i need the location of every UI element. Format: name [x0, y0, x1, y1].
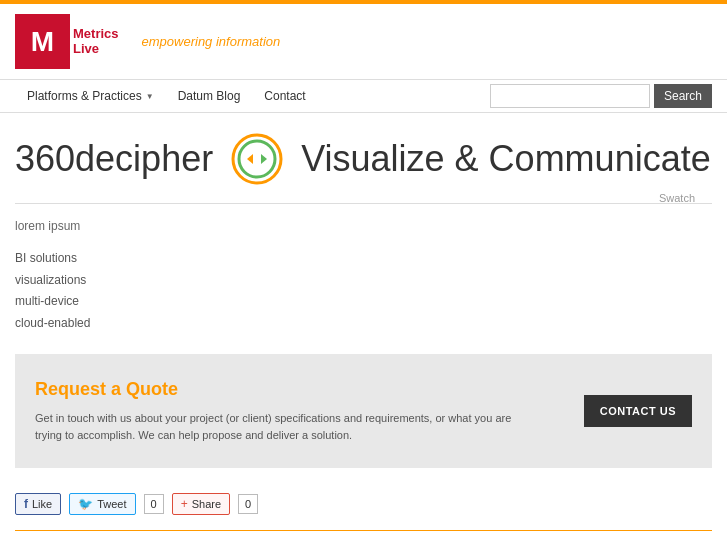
social-row: f Like 🐦 Tweet 0 + Share 0 [15, 488, 712, 515]
logo-text: Metrics Live [73, 27, 119, 56]
list-item: multi-device [15, 291, 712, 313]
list-item: cloud-enabled [15, 313, 712, 335]
chevron-down-icon: ▼ [146, 92, 154, 101]
nav-search: Search [490, 84, 712, 108]
share-button[interactable]: + Share [172, 493, 230, 515]
share-icon: + [181, 497, 188, 511]
twitter-icon: 🐦 [78, 497, 93, 511]
share-label: Share [192, 498, 221, 510]
bottom-divider [15, 530, 712, 531]
footer: Copyright © 2010-2011 MetricsLive. All r… [15, 539, 712, 545]
logo-m-letter: M [31, 28, 54, 56]
nav-item-platforms[interactable]: Platforms & Practices ▼ [15, 79, 166, 113]
logo-live: Live [73, 42, 119, 56]
list-item: visualizations [15, 270, 712, 292]
search-button[interactable]: Search [654, 84, 712, 108]
nav-item-contact[interactable]: Contact [252, 79, 317, 113]
title-divider [15, 203, 712, 204]
share-count: 0 [238, 494, 258, 514]
tweet-label: Tweet [97, 498, 126, 510]
header: M Metrics Live empowering information [0, 4, 727, 79]
like-label: Like [32, 498, 52, 510]
logo-metrics: Metrics [73, 27, 119, 41]
quote-box: Request a Quote Get in touch with us abo… [15, 354, 712, 468]
contact-us-button[interactable]: CONTACT US [584, 395, 692, 427]
page-subtitle: Visualize & Communicate [301, 138, 711, 180]
swatch-label: Swatch [659, 192, 695, 204]
tagline: empowering information [142, 34, 281, 49]
facebook-icon: f [24, 497, 28, 511]
decipher-icon [231, 133, 283, 185]
main-content: 360decipher Visualize & Communicate lore… [0, 113, 727, 545]
quote-title: Request a Quote [35, 379, 564, 400]
page-title-row: 360decipher Visualize & Communicate [15, 133, 712, 185]
quote-text: Get in touch with us about your project … [35, 410, 535, 443]
nav-label-platforms: Platforms & Practices [27, 89, 142, 103]
page-title: 360decipher [15, 138, 213, 180]
nav-label-contact: Contact [264, 89, 305, 103]
tweet-button[interactable]: 🐦 Tweet [69, 493, 135, 515]
logo[interactable]: M Metrics Live [15, 14, 119, 69]
list-item: BI solutions [15, 248, 712, 270]
like-button[interactable]: f Like [15, 493, 61, 515]
nav-items: Platforms & Practices ▼ Datum Blog Conta… [15, 79, 490, 113]
search-input[interactable] [490, 84, 650, 108]
nav-label-datum-blog: Datum Blog [178, 89, 241, 103]
nav-item-datum-blog[interactable]: Datum Blog [166, 79, 253, 113]
svg-point-1 [239, 141, 275, 177]
logo-icon: M [15, 14, 70, 69]
quote-content: Request a Quote Get in touch with us abo… [35, 379, 564, 443]
lorem-text: lorem ipsum [15, 219, 712, 233]
feature-list: BI solutions visualizations multi-device… [15, 248, 712, 334]
nav: Platforms & Practices ▼ Datum Blog Conta… [0, 79, 727, 113]
tweet-count: 0 [144, 494, 164, 514]
